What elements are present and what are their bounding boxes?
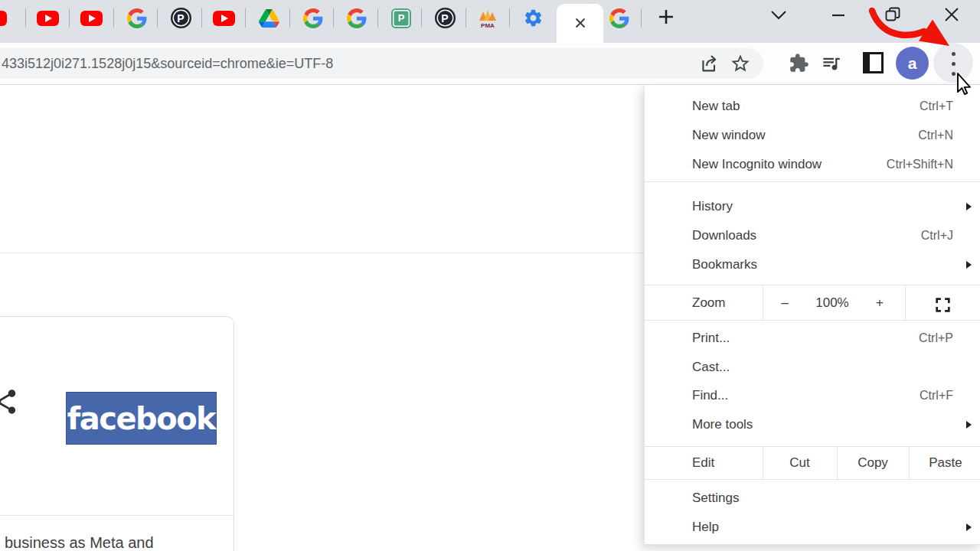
star-icon <box>730 53 751 74</box>
active-tab[interactable] <box>557 4 603 43</box>
page-share-button[interactable] <box>0 387 19 419</box>
tab-youtube[interactable] <box>212 8 235 28</box>
tab-separator <box>157 8 158 28</box>
tab-google[interactable] <box>302 8 325 28</box>
menu-separator <box>645 181 980 182</box>
tab-google[interactable] <box>345 8 368 28</box>
puzzle-icon <box>789 53 809 73</box>
tab-separator <box>641 8 642 28</box>
queue-music-icon <box>821 53 841 73</box>
paste-button[interactable]: Paste <box>909 447 980 479</box>
fullscreen-button[interactable] <box>933 293 952 313</box>
share-button[interactable] <box>698 53 720 77</box>
p-circle-icon: P <box>435 8 456 28</box>
svg-text:PMA: PMA <box>481 22 495 28</box>
tab-p-site[interactable]: P <box>169 8 192 28</box>
tab-separator <box>421 8 422 28</box>
tab-p-green-site[interactable]: P <box>390 8 413 28</box>
menu-item-label: More tools <box>692 410 753 439</box>
zoom-value: 100% <box>802 285 863 320</box>
zoom-label: Zoom <box>692 285 725 320</box>
tab-youtube[interactable] <box>0 8 7 28</box>
tab-separator <box>466 8 466 28</box>
tab-separator <box>201 8 202 28</box>
menu-item-new-window[interactable]: New window Ctrl+N <box>645 121 980 150</box>
menu-item-new-incognito-window[interactable]: New Incognito window Ctrl+Shift+N <box>645 150 980 179</box>
menu-item-bookmarks[interactable]: Bookmarks <box>645 250 980 279</box>
page-snippet-text: business as Meta and <box>5 534 154 551</box>
menu-item-label: Cast... <box>692 353 730 382</box>
side-panel-button[interactable] <box>863 52 884 73</box>
copy-button[interactable]: Copy <box>837 447 909 479</box>
youtube-icon <box>80 11 103 26</box>
url-text[interactable]: 433i512j0i271.1528j0j15&sourceid=chrome&… <box>2 48 333 79</box>
submenu-arrow-icon <box>966 203 972 210</box>
tab-separator <box>377 8 378 28</box>
facebook-logo: facebook <box>66 392 217 445</box>
tab-separator <box>509 8 510 28</box>
tab-google[interactable] <box>608 8 631 28</box>
close-icon[interactable] <box>574 17 586 29</box>
youtube-icon <box>213 11 235 26</box>
cut-button[interactable]: Cut <box>763 447 837 479</box>
minimize-icon <box>832 14 844 17</box>
google-g-icon <box>347 8 367 28</box>
pma-logo-icon: PMA <box>476 8 499 28</box>
submenu-arrow-icon <box>966 421 972 429</box>
chevron-down-icon <box>770 10 787 21</box>
browser-toolbar: 433i512j0i271.1528j0j15&sourceid=chrome&… <box>0 43 980 85</box>
menu-edit-row: Edit Cut Copy Paste <box>645 446 980 480</box>
facebook-wordmark: facebook <box>67 401 215 436</box>
zoom-out-button[interactable]: – <box>773 285 796 320</box>
menu-item-new-tab[interactable]: New tab Ctrl+T <box>645 92 980 121</box>
menu-zoom-row: Zoom – 100% + <box>645 285 980 321</box>
menu-item-find[interactable]: Find... Ctrl+F <box>645 381 980 410</box>
tab-search-button[interactable] <box>769 6 789 24</box>
extensions-button[interactable] <box>789 53 809 77</box>
menu-item-more-tools[interactable]: More tools <box>645 410 980 439</box>
google-g-icon <box>303 8 323 28</box>
google-g-icon <box>127 8 147 28</box>
menu-item-help[interactable]: Help <box>645 513 980 542</box>
browser-menu-button[interactable] <box>933 43 973 83</box>
tab-separator <box>113 8 114 28</box>
menu-item-label: History <box>692 192 733 221</box>
youtube-icon <box>0 11 7 26</box>
divider <box>905 285 906 320</box>
menu-item-print[interactable]: Print... Ctrl+P <box>645 324 980 353</box>
menu-item-settings[interactable]: Settings <box>645 484 980 513</box>
tab-youtube[interactable] <box>36 8 59 28</box>
menu-shortcut: Ctrl+N <box>918 121 953 150</box>
panel-divider <box>0 515 234 516</box>
menu-item-label: New tab <box>692 92 740 121</box>
bookmark-button[interactable] <box>730 53 751 77</box>
menu-shortcut: Ctrl+P <box>919 324 953 353</box>
menu-item-downloads[interactable]: Downloads Ctrl+J <box>645 221 980 250</box>
new-tab-button[interactable] <box>655 6 677 28</box>
share-icon <box>698 53 720 74</box>
google-g-icon <box>609 8 629 28</box>
profile-avatar[interactable]: a <box>896 47 929 80</box>
tab-settings[interactable] <box>521 8 544 28</box>
minimize-button[interactable] <box>829 6 848 24</box>
close-window-button[interactable] <box>942 5 962 24</box>
tab-youtube[interactable] <box>80 8 103 28</box>
zoom-in-button[interactable]: + <box>868 285 891 320</box>
p-square-icon: P <box>391 8 411 28</box>
menu-item-cast[interactable]: Cast... <box>645 353 980 382</box>
google-drive-icon <box>259 9 279 28</box>
menu-item-label: Downloads <box>692 221 756 250</box>
menu-item-label: Settings <box>692 484 739 513</box>
divider <box>763 285 763 320</box>
tab-google-drive[interactable] <box>257 8 280 28</box>
menu-shortcut: Ctrl+T <box>920 92 953 121</box>
menu-item-history[interactable]: History <box>645 192 980 221</box>
tab-p-site[interactable]: P <box>433 8 456 28</box>
submenu-arrow-icon <box>966 261 972 269</box>
menu-shortcut: Ctrl+Shift+N <box>887 150 953 179</box>
tab-google[interactable] <box>126 8 149 28</box>
menu-shortcut: Ctrl+F <box>920 381 953 410</box>
media-queue-button[interactable] <box>821 53 841 77</box>
tab-pma[interactable]: PMA <box>476 8 499 28</box>
restore-button[interactable] <box>882 4 903 25</box>
